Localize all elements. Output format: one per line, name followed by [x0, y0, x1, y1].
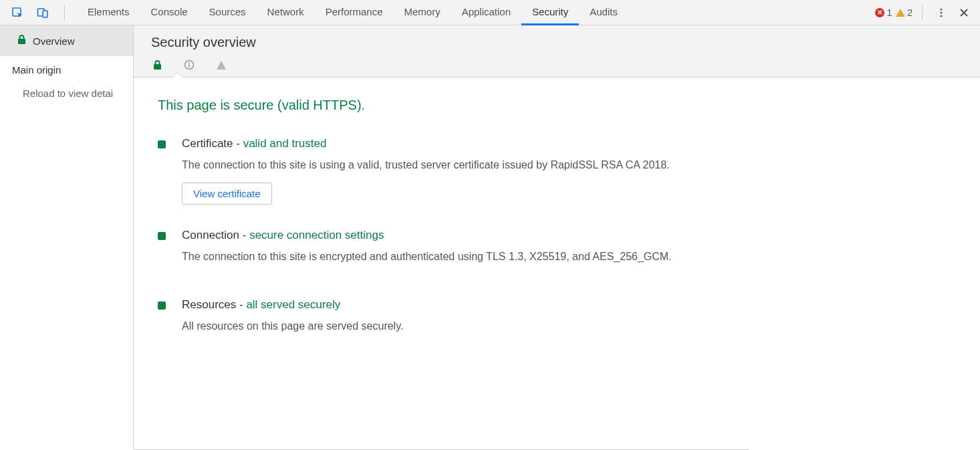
section-marker: [158, 137, 166, 205]
tab-memory[interactable]: Memory: [394, 0, 451, 25]
security-content: This page is secure (valid HTTPS). Certi…: [134, 78, 749, 450]
security-headline: This page is secure (valid HTTPS).: [158, 98, 731, 113]
security-status-icons: [151, 60, 963, 77]
connection-desc: The connection to this site is encrypted…: [182, 249, 731, 265]
security-overview-title: Security overview: [151, 35, 963, 50]
sidebar-item-overview[interactable]: Overview: [0, 25, 133, 56]
sidebar-main-origin-heading: Main origin: [0, 56, 133, 84]
devtools-topbar: Elements Console Sources Network Perform…: [0, 0, 980, 25]
security-sidebar: Overview Main origin Reload to view deta…: [0, 25, 134, 450]
certificate-desc: The connection to this site is using a v…: [182, 157, 731, 173]
svg-point-9: [189, 62, 190, 64]
section-resources: Resources - all served securely All reso…: [158, 298, 731, 344]
inspect-element-icon[interactable]: [8, 3, 27, 22]
warning-count-badge[interactable]: 2: [896, 7, 912, 18]
tab-elements[interactable]: Elements: [77, 0, 140, 25]
tab-performance[interactable]: Performance: [315, 0, 394, 25]
security-main-header: Security overview: [134, 25, 980, 78]
tab-audits[interactable]: Audits: [579, 0, 628, 25]
topbar-right-controls: ✕ 1 2: [875, 3, 976, 22]
status-secure-icon[interactable]: [151, 60, 163, 70]
resources-desc: All resources on this page are served se…: [182, 318, 731, 334]
error-count-badge[interactable]: ✕ 1: [875, 7, 892, 18]
panel-tabs: Elements Console Sources Network Perform…: [77, 0, 628, 25]
section-certificate: Certificate - valid and trusted The conn…: [158, 137, 731, 205]
svg-rect-6: [18, 39, 25, 44]
lock-icon: [17, 35, 26, 47]
tab-application[interactable]: Application: [451, 0, 521, 25]
tab-network[interactable]: Network: [257, 0, 315, 25]
svg-point-4: [940, 11, 942, 13]
warning-icon: [896, 9, 905, 17]
device-toolbar-icon[interactable]: [33, 3, 52, 22]
connection-title: Connection - secure connection settings: [182, 229, 731, 242]
view-certificate-button[interactable]: View certificate: [182, 183, 272, 205]
error-count: 1: [886, 7, 892, 18]
error-icon: ✕: [875, 8, 884, 17]
svg-rect-2: [43, 11, 47, 17]
section-marker: [158, 298, 166, 344]
tab-console[interactable]: Console: [140, 0, 199, 25]
section-marker: [158, 229, 166, 274]
sidebar-overview-label: Overview: [33, 35, 75, 47]
security-main: Security overview: [134, 25, 980, 450]
status-warning-icon[interactable]: [215, 60, 227, 70]
body-wrap: Overview Main origin Reload to view deta…: [0, 25, 980, 450]
more-options-icon[interactable]: [932, 3, 951, 22]
divider: [64, 5, 65, 20]
divider: [922, 5, 923, 20]
status-info-icon[interactable]: [183, 60, 195, 70]
svg-rect-7: [154, 64, 161, 70]
resources-title: Resources - all served securely: [182, 298, 731, 312]
certificate-title: Certificate - valid and trusted: [182, 137, 731, 150]
topbar-left-controls: [4, 3, 74, 22]
close-icon[interactable]: [955, 3, 973, 22]
tab-security[interactable]: Security: [521, 0, 579, 25]
section-connection: Connection - secure connection settings …: [158, 229, 731, 274]
svg-point-5: [940, 15, 942, 17]
sidebar-reload-hint: Reload to view detai: [0, 84, 133, 103]
warning-count: 2: [907, 7, 912, 18]
selected-status-caret: [172, 72, 184, 78]
svg-point-3: [940, 8, 942, 10]
tab-sources[interactable]: Sources: [199, 0, 257, 25]
